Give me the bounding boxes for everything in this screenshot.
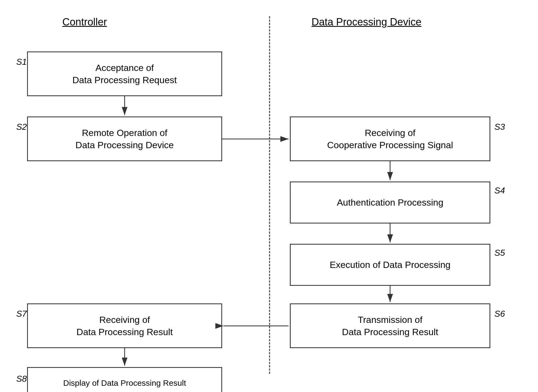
box-display-text: Display of Data Processing Result or Exe…: [62, 378, 187, 392]
device-header: Data Processing Device: [312, 16, 422, 28]
step-s7-label: S7: [16, 309, 27, 319]
box-receiving-result-text: Receiving of Data Processing Result: [76, 314, 173, 338]
box-acceptance-text: Acceptance of Data Processing Request: [72, 62, 177, 86]
step-s2-label: S2: [16, 122, 27, 132]
step-s3-label: S3: [494, 122, 505, 132]
box-execution-text: Execution of Data Processing: [330, 259, 451, 271]
box-display: Display of Data Processing Result or Exe…: [27, 367, 222, 392]
box-receiving-signal-text: Receiving of Cooperative Processing Sign…: [327, 127, 453, 151]
box-auth: Authentication Processing: [290, 182, 490, 223]
box-transmission-text: Transmission of Data Processing Result: [342, 314, 438, 338]
box-remote-operation: Remote Operation of Data Processing Devi…: [27, 116, 222, 161]
step-s4-label: S4: [494, 186, 505, 196]
box-receiving-result: Receiving of Data Processing Result: [27, 303, 222, 348]
box-auth-text: Authentication Processing: [337, 196, 443, 208]
step-s1-label: S1: [16, 57, 27, 67]
box-transmission: Transmission of Data Processing Result: [290, 303, 490, 348]
step-s6-label: S6: [494, 309, 505, 319]
controller-header: Controller: [62, 16, 107, 28]
box-receiving-signal: Receiving of Cooperative Processing Sign…: [290, 116, 490, 161]
box-remote-operation-text: Remote Operation of Data Processing Devi…: [76, 127, 174, 151]
step-s5-label: S5: [494, 248, 505, 258]
diagram-container: Controller Data Processing Device Accept…: [0, 0, 538, 392]
column-divider: [269, 16, 270, 374]
step-s8-label: S8: [16, 374, 27, 384]
box-acceptance: Acceptance of Data Processing Request: [27, 51, 222, 96]
box-execution: Execution of Data Processing: [290, 244, 490, 286]
